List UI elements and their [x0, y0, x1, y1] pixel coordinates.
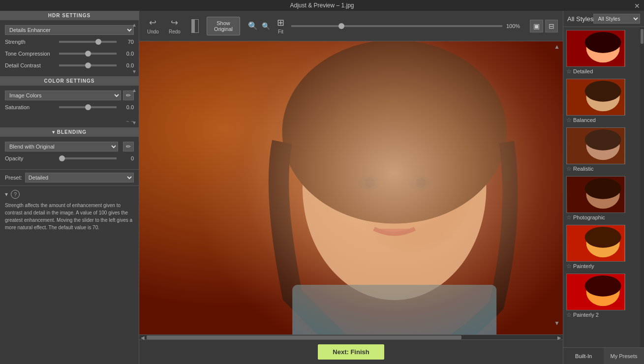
center-panel: ↩ Undo ↪ Redo Show Original 🔍 🔍 ⊞ Fit: [139, 11, 563, 364]
dual-view-button[interactable]: ⊟: [545, 20, 558, 32]
strength-slider[interactable]: [59, 41, 117, 43]
right-panel-footer: Built-In My Presets: [563, 347, 644, 364]
saturation-value: 0.0: [117, 104, 134, 110]
style-item-photographic[interactable]: ☆ Photographic: [565, 175, 638, 222]
style-name-painterly: Painterly: [573, 263, 594, 269]
single-view-button[interactable]: ▣: [530, 20, 543, 32]
style-name-painterly2: Painterly 2: [573, 312, 599, 318]
scrollbar-right-arrow[interactable]: ▶: [557, 334, 561, 340]
color-scroll-up-icon[interactable]: ▲: [132, 88, 137, 93]
scrollbar-left-arrow[interactable]: ◀: [141, 334, 145, 340]
tone-compression-slider-row: Tone Compression 0.0: [5, 50, 134, 58]
fit-label: Fit: [278, 29, 283, 34]
star-realistic[interactable]: ☆: [566, 165, 572, 172]
fit-button[interactable]: ⊞ Fit: [274, 15, 287, 36]
zoom-slider[interactable]: [291, 25, 502, 27]
styles-dropdown[interactable]: All Styles My Favorites Recent: [593, 14, 640, 24]
color-section-content: ▲ ▼ Image Colors ✏ Saturation 0.0 ~~: [0, 86, 139, 127]
show-original-button[interactable]: Show Original: [207, 17, 240, 35]
undo-label: Undo: [147, 29, 159, 34]
builtin-tab[interactable]: Built-In: [563, 348, 604, 364]
opacity-slider[interactable]: [59, 157, 117, 159]
blending-pencil-button[interactable]: ✏: [123, 142, 134, 152]
zoom-out-button[interactable]: 🔍: [262, 22, 270, 30]
blending-collapse-icon[interactable]: ▾: [52, 129, 57, 135]
color-dropdown-row: Image Colors ✏: [5, 91, 134, 100]
main-container: HDR SETTINGS ▲ ▼ Details Enhancer Tone C…: [0, 11, 644, 364]
toolbar: ↩ Undo ↪ Redo Show Original 🔍 🔍 ⊞ Fit: [139, 11, 563, 41]
scrollbar-thumb[interactable]: [147, 335, 461, 339]
blending-dropdown[interactable]: Blend with Original: [5, 142, 118, 152]
hdr-section-content: ▲ ▼ Details Enhancer Tone Compressor Exp…: [0, 20, 139, 76]
right-panel-scrollbar[interactable]: [640, 27, 644, 347]
redo-label: Redo: [169, 29, 181, 34]
undo-button[interactable]: ↩ Undo: [144, 15, 162, 36]
redo-button[interactable]: ↪ Redo: [166, 15, 184, 36]
preset-dropdown[interactable]: Detailed Balanced Realistic: [25, 173, 134, 182]
detail-contrast-label: Detail Contrast: [5, 62, 59, 68]
detail-contrast-slider-row: Detail Contrast 0.0: [5, 61, 134, 69]
color-scroll-down-icon[interactable]: ▼: [132, 120, 137, 125]
style-name-balanced: Balanced: [573, 117, 596, 123]
style-item-detailed[interactable]: ☆ Detailed: [565, 29, 638, 76]
hdr-dropdown[interactable]: Details Enhancer Tone Compressor Exposur…: [5, 25, 134, 35]
preset-row: Preset: Detailed Balanced Realistic: [0, 169, 139, 185]
svg-point-21: [585, 178, 621, 199]
color-dropdown[interactable]: Image Colors: [5, 91, 121, 100]
star-painterly[interactable]: ☆: [566, 263, 572, 270]
star-photographic[interactable]: ☆: [566, 214, 572, 221]
strength-slider-row: Strength 70: [5, 38, 134, 46]
style-item-balanced[interactable]: ☆ Balanced: [565, 78, 638, 124]
style-item-painterly2[interactable]: ☆ Painterly 2: [565, 273, 638, 319]
image-scroll-down-icon[interactable]: ▼: [554, 320, 560, 327]
help-header: ▾ ?: [5, 190, 134, 199]
undo-icon: ↩: [149, 17, 156, 28]
help-icon: ?: [11, 190, 20, 199]
style-thumbnail-detailed: [566, 30, 625, 67]
style-thumbnail-painterly2: [566, 273, 625, 310]
mypresets-tab-label: My Presets: [610, 353, 637, 359]
detail-contrast-slider[interactable]: [59, 64, 117, 66]
blending-title: BLENDING: [57, 129, 87, 135]
close-button[interactable]: ✕: [634, 2, 640, 10]
right-scrollbar-thumb[interactable]: [641, 29, 644, 44]
help-text: Strength affects the amount of enhanceme…: [5, 202, 134, 231]
hdr-settings-header: HDR SETTINGS: [0, 11, 139, 20]
star-painterly2[interactable]: ☆: [566, 311, 572, 318]
saturation-slider-row: Saturation 0.0: [5, 103, 134, 111]
title-text: Adjust & Preview – 1.jpg: [290, 2, 354, 9]
zoom-in-button[interactable]: 🔍: [248, 21, 258, 30]
saturation-slider-container: [59, 103, 117, 111]
tone-compression-slider[interactable]: [59, 53, 117, 55]
styles-title: All Styles: [567, 15, 593, 23]
star-balanced[interactable]: ☆: [566, 117, 572, 123]
builtin-tab-label: Built-In: [575, 353, 592, 359]
next-button[interactable]: Next: Finish: [318, 344, 384, 360]
hdr-scroll-up-icon[interactable]: ▲: [132, 22, 137, 28]
strength-label: Strength: [5, 39, 59, 45]
style-item-painterly[interactable]: ☆ Painterly: [565, 224, 638, 271]
saturation-slider[interactable]: [59, 106, 117, 108]
style-name-detailed: Detailed: [573, 68, 593, 74]
svg-point-12: [585, 32, 621, 53]
opacity-value: 0: [117, 155, 134, 161]
mypresets-tab[interactable]: My Presets: [604, 348, 644, 364]
style-name-photographic: Photographic: [573, 214, 605, 220]
svg-point-27: [585, 275, 621, 297]
blending-header: ▾ BLENDING: [0, 127, 139, 137]
styles-area: ☆ Detailed: [563, 27, 644, 347]
split-view-button[interactable]: [191, 19, 199, 33]
view-toggle: ▣ ⊟: [530, 20, 558, 32]
blending-dropdown-row: Blend with Original ✏: [5, 142, 134, 152]
hdr-scroll-down-icon[interactable]: ▼: [132, 69, 137, 74]
tone-compression-value: 0.0: [117, 51, 134, 57]
star-detailed[interactable]: ☆: [566, 68, 572, 75]
fit-icon: ⊞: [277, 17, 284, 28]
horizontal-scrollbar[interactable]: ◀ ▶: [139, 334, 563, 339]
svg-point-24: [585, 227, 621, 248]
zoom-percent: 100%: [506, 23, 526, 29]
image-scroll-up-icon[interactable]: ▲: [554, 43, 560, 50]
style-item-realistic[interactable]: ☆ Realistic: [565, 126, 638, 173]
collapse-icon[interactable]: ▾: [5, 191, 8, 198]
preset-label: Preset:: [5, 175, 22, 181]
